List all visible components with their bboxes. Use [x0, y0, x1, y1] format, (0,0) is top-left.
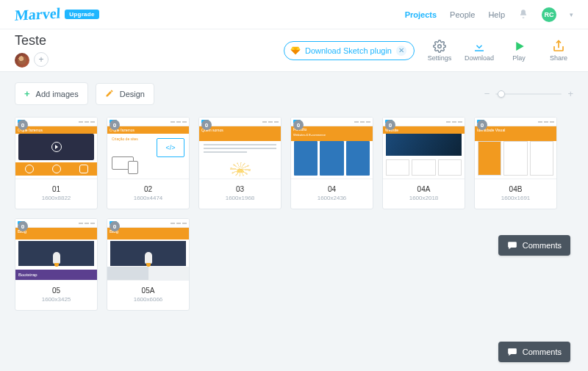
- comments-label: Comments: [523, 241, 562, 250]
- screen-name: 01: [18, 185, 94, 193]
- play-label: Play: [512, 54, 526, 62]
- screen-name: 04: [294, 185, 370, 193]
- play-icon: [512, 40, 526, 53]
- nav-people[interactable]: People: [450, 10, 475, 19]
- screen-thumb: 0 Website: [383, 118, 465, 179]
- screen-card[interactable]: 0 Portfólio Websites & E-commerce 041600…: [290, 117, 373, 209]
- screen-name: 03: [202, 185, 278, 193]
- screen-thumb: 0 Blog: [107, 219, 189, 281]
- screen-name: 05A: [110, 287, 186, 295]
- download-label: Download: [465, 54, 494, 62]
- sketch-plugin-label: Download Sketch plugin: [305, 46, 392, 55]
- screen-dim: 1600x3425: [18, 296, 94, 303]
- sketch-icon: [290, 46, 301, 56]
- screen-dim: 1600x1968: [202, 195, 278, 201]
- download-button[interactable]: Download: [465, 40, 494, 62]
- screen-card[interactable]: 0 Blog Bootstrap 051600x3425: [15, 218, 98, 311]
- screen-thumb: 0 O que fazemos Criação de sites </>: [107, 118, 189, 179]
- screen-card[interactable]: 0 Website 04A1600x2018: [382, 117, 465, 209]
- gear-icon: [433, 40, 446, 53]
- bell-icon[interactable]: [518, 9, 528, 21]
- screen-thumb: 0 Blog Bootstrap: [15, 219, 97, 281]
- screen-card[interactable]: 0 Identidade Visual 04B1600x1691: [474, 117, 557, 209]
- screen-dim: 1600x8822: [18, 195, 94, 201]
- top-nav: Projects People Help RC ▾: [405, 7, 573, 22]
- screen-thumb: 0 Portfólio Websites & E-commerce: [291, 118, 373, 179]
- play-button[interactable]: Play: [504, 40, 534, 62]
- screen-thumb: 0 Quem somos: [199, 118, 281, 179]
- screen-card[interactable]: 0 O que fazemos Criação de sites </> 021…: [107, 117, 190, 209]
- plus-icon: +: [24, 88, 30, 99]
- screen-name: 04A: [386, 185, 462, 193]
- screens-grid: 0 O que fazemos 011600x8822 0 O que faze…: [15, 117, 573, 311]
- screen-card[interactable]: 0 Quem somos 031600x1968: [198, 117, 282, 209]
- screen-dim: 1600x2436: [294, 195, 370, 201]
- nav-projects[interactable]: Projects: [405, 10, 437, 19]
- hotspot-count-badge: 0: [293, 120, 304, 130]
- top-bar: Marvel Upgrade Projects People Help RC ▾: [0, 0, 588, 29]
- add-images-button[interactable]: + Add images: [15, 82, 88, 105]
- play-icon: [51, 142, 62, 152]
- screen-name: 05: [18, 287, 94, 295]
- pencil-icon: [105, 89, 114, 99]
- hotspot-count-badge: 0: [110, 120, 120, 130]
- screen-dim: 1600x4474: [110, 195, 186, 201]
- hotspot-count-badge: 0: [18, 120, 28, 130]
- nav-help[interactable]: Help: [488, 10, 505, 19]
- add-member-button[interactable]: +: [34, 52, 49, 67]
- screen-thumb: 0 Identidade Visual: [475, 118, 556, 179]
- content-area: + Add images Design − + 0 O que fazemos …: [0, 72, 588, 325]
- screen-card[interactable]: 0 O que fazemos 011600x8822: [15, 117, 98, 209]
- chat-icon: [507, 347, 517, 357]
- screen-dim: 1600x6066: [110, 296, 186, 303]
- user-avatar[interactable]: RC: [542, 7, 556, 22]
- screen-card[interactable]: 0 Blog 05A1600x6066: [107, 218, 190, 311]
- add-images-label: Add images: [36, 90, 79, 98]
- screen-dim: 1600x2018: [386, 195, 462, 201]
- zoom-in-icon[interactable]: +: [567, 88, 573, 99]
- settings-label: Settings: [428, 54, 452, 62]
- logo[interactable]: Marvel: [14, 4, 60, 24]
- upgrade-button[interactable]: Upgrade: [65, 10, 99, 19]
- close-icon[interactable]: ✕: [396, 46, 406, 56]
- comments-button[interactable]: Comments: [498, 342, 570, 362]
- settings-button[interactable]: Settings: [425, 40, 454, 62]
- owner-avatar[interactable]: [15, 53, 29, 68]
- share-button[interactable]: Share: [544, 40, 573, 62]
- sketch-plugin-button[interactable]: Download Sketch plugin ✕: [284, 41, 415, 60]
- hotspot-count-badge: 0: [18, 221, 28, 231]
- screen-name: 04B: [478, 185, 553, 193]
- project-title: Teste: [15, 33, 49, 48]
- chevron-down-icon[interactable]: ▾: [570, 11, 573, 18]
- download-icon: [473, 40, 486, 53]
- zoom-knob[interactable]: [498, 90, 505, 98]
- toolbar: + Add images Design − +: [15, 82, 573, 105]
- comments-label: Comments: [523, 347, 562, 356]
- share-icon: [552, 40, 565, 53]
- screen-thumb: 0 O que fazemos: [15, 118, 97, 179]
- comments-button[interactable]: Comments: [498, 235, 570, 256]
- design-label: Design: [120, 90, 145, 98]
- zoom-out-icon[interactable]: −: [484, 88, 490, 99]
- screen-dim: 1600x1691: [478, 195, 553, 201]
- share-label: Share: [550, 54, 567, 62]
- svg-point-0: [438, 44, 442, 48]
- design-button[interactable]: Design: [96, 83, 154, 105]
- screen-name: 02: [110, 185, 186, 193]
- hotspot-count-badge: 0: [110, 221, 120, 231]
- hotspot-count-badge: 0: [201, 120, 212, 130]
- hotspot-count-badge: 0: [385, 120, 395, 130]
- chat-icon: [507, 240, 517, 251]
- hotspot-count-badge: 0: [477, 120, 487, 130]
- project-bar: Teste + Download Sketch plugin ✕ Setting…: [0, 29, 588, 72]
- zoom-track[interactable]: [495, 93, 562, 95]
- zoom-slider: − +: [484, 88, 573, 99]
